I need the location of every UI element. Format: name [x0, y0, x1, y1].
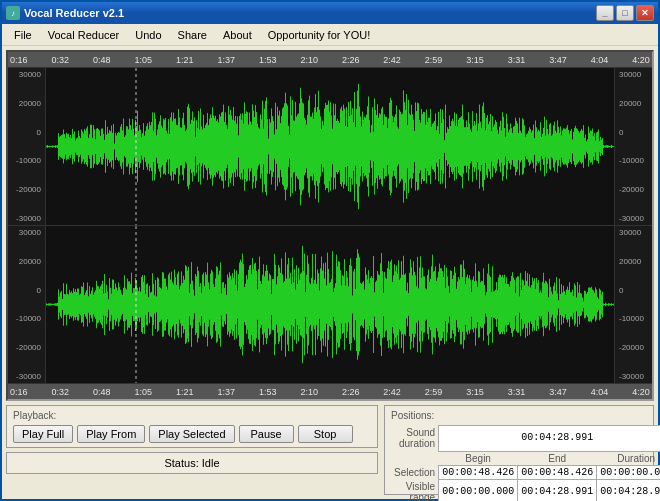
menu-vocal-reducer[interactable]: Vocal Reducer [40, 27, 128, 43]
col-begin: Begin [439, 452, 518, 466]
menu-opportunity[interactable]: Opportunity for YOU! [260, 27, 379, 43]
tl-11: 3:15 [466, 55, 484, 65]
waveform-canvas-bottom [46, 226, 614, 383]
y-label-r30k-top: 30000 [617, 70, 650, 79]
y-axis-bottom-left: 30000 20000 0 -10000 -20000 -30000 [8, 226, 46, 383]
y-label-rn20k-bot: -20000 [617, 343, 650, 352]
y-label-n20k-bot: -20000 [10, 343, 43, 352]
col-end: End [518, 452, 597, 466]
y-label-0-bot: 0 [10, 286, 43, 295]
top-timeline: 0:16 0:32 0:48 1:05 1:21 1:37 1:53 2:10 … [8, 52, 652, 68]
btl-2: 0:48 [93, 387, 111, 397]
bottom-area: Playback: Play Full Play From Play Selec… [6, 405, 654, 495]
play-from-button[interactable]: Play From [77, 425, 145, 443]
visible-range-row: Visible range 00:00:00.000 00:04:28.991 … [391, 480, 660, 502]
y-label-20k-top: 20000 [10, 99, 43, 108]
play-full-button[interactable]: Play Full [13, 425, 73, 443]
minimize-button[interactable]: _ [596, 5, 614, 21]
tl-2: 0:48 [93, 55, 111, 65]
y-label-n30k-top: -30000 [10, 214, 43, 223]
btl-3: 1:05 [134, 387, 152, 397]
y-label-rn30k-bot: -30000 [617, 372, 650, 381]
btl-8: 2:26 [342, 387, 360, 397]
main-content: 0:16 0:32 0:48 1:05 1:21 1:37 1:53 2:10 … [2, 46, 658, 499]
menu-share[interactable]: Share [170, 27, 215, 43]
y-label-r30k-bot: 30000 [617, 228, 650, 237]
playback-buttons: Play Full Play From Play Selected Pause … [13, 425, 371, 443]
waveform-top[interactable]: 30000 20000 0 -10000 -20000 -30000 30000… [8, 68, 652, 225]
app-icon: ♪ [6, 6, 20, 20]
btl-12: 3:31 [508, 387, 526, 397]
play-selected-button[interactable]: Play Selected [149, 425, 234, 443]
tl-14: 4:04 [591, 55, 609, 65]
maximize-button[interactable]: □ [616, 5, 634, 21]
y-label-n10k-bot: -10000 [10, 314, 43, 323]
y-axis-top-left: 30000 20000 0 -10000 -20000 -30000 [8, 68, 46, 225]
playback-group: Playback: Play Full Play From Play Selec… [6, 405, 378, 448]
waveform-bottom[interactable]: 30000 20000 0 -10000 -20000 -30000 30000… [8, 226, 652, 383]
tl-5: 1:37 [217, 55, 235, 65]
menu-bar: File Vocal Reducer Undo Share About Oppo… [2, 24, 658, 46]
main-window: ♪ Vocal Reducer v2.1 _ □ ✕ File Vocal Re… [0, 0, 660, 501]
tl-7: 2:10 [300, 55, 318, 65]
y-axis-top-right: 30000 20000 0 -10000 -20000 -30000 [614, 68, 652, 225]
y-label-rn20k-top: -20000 [617, 185, 650, 194]
btl-5: 1:37 [217, 387, 235, 397]
status-label: Status: Idle [164, 457, 219, 469]
sound-duration-row: Sound duration 00:04:28.991 [391, 426, 660, 452]
btl-10: 2:59 [425, 387, 443, 397]
playback-label: Playback: [13, 410, 371, 421]
close-button[interactable]: ✕ [636, 5, 654, 21]
bottom-timeline: 0:16 0:32 0:48 1:05 1:21 1:37 1:53 2:10 … [8, 383, 652, 399]
y-label-r20k-top: 20000 [617, 99, 650, 108]
y-label-rn30k-top: -30000 [617, 214, 650, 223]
tl-13: 3:47 [549, 55, 567, 65]
y-label-20k-bot: 20000 [10, 257, 43, 266]
y-label-30k-bot: 30000 [10, 228, 43, 237]
title-bar: ♪ Vocal Reducer v2.1 _ □ ✕ [2, 2, 658, 24]
waveform-panels: 30000 20000 0 -10000 -20000 -30000 30000… [8, 68, 652, 383]
tl-9: 2:42 [383, 55, 401, 65]
tl-0: 0:16 [10, 55, 28, 65]
btl-7: 2:10 [300, 387, 318, 397]
pause-button[interactable]: Pause [239, 425, 294, 443]
status-panel: Status: Idle [6, 452, 378, 474]
visible-range-duration: 00:04:28.991 [597, 480, 660, 502]
tl-4: 1:21 [176, 55, 194, 65]
visible-range-begin: 00:00:00.000 [439, 480, 518, 502]
y-label-n30k-bot: -30000 [10, 372, 43, 381]
y-label-rn10k-top: -10000 [617, 156, 650, 165]
waveform-canvas-top [46, 68, 614, 225]
title-controls: _ □ ✕ [596, 5, 654, 21]
empty-header [391, 452, 439, 466]
btl-14: 4:04 [591, 387, 609, 397]
btl-0: 0:16 [10, 387, 28, 397]
y-axis-bottom-right: 30000 20000 0 -10000 -20000 -30000 [614, 226, 652, 383]
visible-range-end: 00:04:28.991 [518, 480, 597, 502]
tl-10: 2:59 [425, 55, 443, 65]
btl-9: 2:42 [383, 387, 401, 397]
y-label-30k-top: 30000 [10, 70, 43, 79]
tl-1: 0:32 [51, 55, 69, 65]
menu-about[interactable]: About [215, 27, 260, 43]
btl-6: 1:53 [259, 387, 277, 397]
stop-button[interactable]: Stop [298, 425, 353, 443]
positions-table: Sound duration 00:04:28.991 Begin End Du… [391, 425, 660, 501]
bottom-timeline-labels: 0:16 0:32 0:48 1:05 1:21 1:37 1:53 2:10 … [8, 387, 652, 397]
menu-undo[interactable]: Undo [127, 27, 169, 43]
col-duration: Duration [597, 452, 660, 466]
waveform-container[interactable]: 0:16 0:32 0:48 1:05 1:21 1:37 1:53 2:10 … [6, 50, 654, 401]
selection-row: Selection 00:00:48.426 00:00:48.426 00:0… [391, 466, 660, 480]
selection-label: Selection [391, 466, 439, 480]
timeline-labels: 0:16 0:32 0:48 1:05 1:21 1:37 1:53 2:10 … [8, 55, 652, 65]
tl-15: 4:20 [632, 55, 650, 65]
selection-duration: 00:00:00.000 [597, 466, 660, 480]
btl-15: 4:20 [632, 387, 650, 397]
positions-title: Positions: [391, 410, 647, 421]
sound-duration-label: Sound duration [391, 426, 439, 452]
y-label-rn10k-bot: -10000 [617, 314, 650, 323]
y-label-r20k-bot: 20000 [617, 257, 650, 266]
title-bar-left: ♪ Vocal Reducer v2.1 [6, 6, 124, 20]
menu-file[interactable]: File [6, 27, 40, 43]
visible-range-label: Visible range [391, 480, 439, 502]
